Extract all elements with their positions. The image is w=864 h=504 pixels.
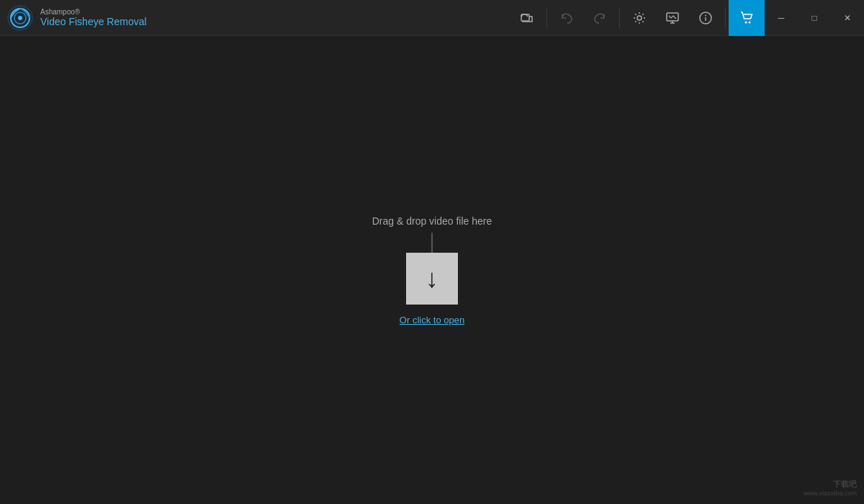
svg-point-5: [637, 16, 642, 20]
drop-arrow-container: ↓: [406, 233, 458, 305]
title-bar-right: ─ □ ✕: [510, 0, 864, 36]
main-content: Drag & drop video file here ↓ Or click t…: [0, 36, 864, 504]
down-arrow-icon: ↓: [426, 266, 438, 292]
drop-area[interactable]: Drag & drop video file here ↓ Or click t…: [372, 215, 492, 325]
drag-drop-text: Drag & drop video file here: [372, 215, 492, 227]
separator-3: [725, 7, 726, 29]
separator-2: [619, 7, 620, 29]
window-controls: ─ □ ✕: [765, 0, 864, 36]
title-bar: Ashampoo® Video Fisheye Removal: [0, 0, 864, 36]
app-name: Video Fisheye Removal: [40, 16, 147, 27]
svg-point-3: [18, 16, 22, 20]
app-brand: Ashampoo®: [40, 8, 147, 16]
separator-1: [546, 7, 547, 29]
maximize-button[interactable]: □: [798, 0, 831, 36]
watermark-line2: www.xiazaiba.com: [804, 490, 857, 497]
svg-point-9: [745, 21, 747, 23]
title-bar-left: Ashampoo® Video Fisheye Removal: [7, 5, 147, 31]
open-file-button[interactable]: [510, 0, 544, 36]
app-logo: [7, 5, 33, 31]
watermark: 下载吧 www.xiazaiba.com: [804, 479, 857, 497]
buy-button[interactable]: [729, 0, 765, 36]
click-to-open-link[interactable]: Or click to open: [400, 315, 464, 325]
info-button[interactable]: [689, 0, 722, 36]
watermark-line1: 下载吧: [804, 479, 857, 490]
drop-box: ↓: [406, 253, 458, 305]
close-button[interactable]: ✕: [831, 0, 864, 36]
toolbar-buttons: [510, 0, 765, 36]
redo-button[interactable]: [583, 0, 616, 36]
display-button[interactable]: [656, 0, 689, 36]
settings-button[interactable]: [623, 0, 656, 36]
svg-point-10: [749, 21, 751, 23]
svg-point-8: [705, 14, 706, 16]
app-title: Ashampoo® Video Fisheye Removal: [40, 8, 147, 27]
minimize-button[interactable]: ─: [765, 0, 798, 36]
undo-button[interactable]: [550, 0, 583, 36]
drop-line: [431, 233, 433, 253]
